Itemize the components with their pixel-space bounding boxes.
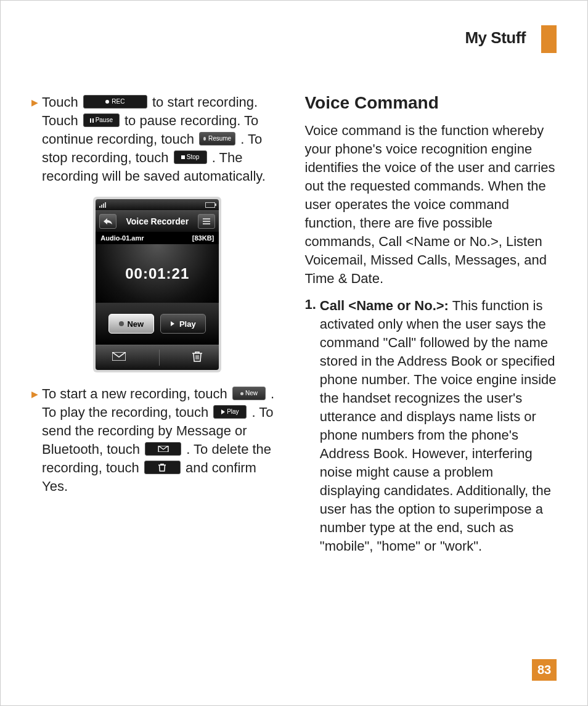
menu-lines-icon	[203, 218, 210, 224]
section-heading-voice-command: Voice Command	[305, 93, 557, 113]
pause-icon	[90, 118, 94, 123]
pause-button-icon: Pause	[83, 113, 120, 127]
text-fragment: To start a new recording, touch	[42, 386, 231, 401]
resume-label: Resume	[208, 133, 231, 145]
phone-fileinfo: Audio-01.amr [83KB]	[96, 232, 219, 244]
divider	[159, 350, 160, 366]
voice-command-item-1: 1. Call <Name or No.>: This function is …	[305, 297, 557, 556]
play-icon	[171, 321, 174, 326]
stop-button-icon: Stop	[174, 150, 207, 164]
stop-label: Stop	[187, 151, 200, 163]
stop-icon	[181, 155, 185, 159]
new-dot-icon	[240, 392, 243, 395]
back-button-icon	[99, 214, 116, 229]
new-dot-icon	[119, 321, 124, 326]
item-body-text: This function is activated only when the…	[320, 298, 557, 554]
menu-button-icon	[198, 214, 215, 229]
resume-button-icon: Resume	[199, 132, 235, 146]
header-accent-stripe	[541, 25, 557, 53]
phone-title-label: Voice Recorder	[126, 216, 189, 226]
instruction-item-recording: ▶ Touch REC to start recording. Touch Pa…	[31, 93, 284, 186]
bullet-arrow-icon: ▶	[31, 94, 38, 110]
filesize-label: [83KB]	[192, 234, 214, 242]
phone-screenshot: Voice Recorder Audio-01.amr [83KB] 00:01…	[93, 197, 221, 372]
phone-play-label: Play	[179, 319, 196, 329]
phone-play-button: Play	[160, 314, 206, 334]
phone-titlebar: Voice Recorder	[96, 210, 219, 232]
phone-statusbar	[96, 199, 219, 210]
signal-icon	[99, 202, 106, 208]
battery-icon	[205, 202, 215, 208]
page-number-badge: 83	[532, 659, 557, 681]
record-dot-icon	[203, 137, 206, 141]
item-title: Call <Name or No.>:	[320, 298, 449, 313]
new-label: New	[245, 387, 258, 400]
list-number: 1.	[305, 297, 316, 556]
voice-command-intro: Voice command is the function whereby yo…	[305, 121, 557, 288]
pause-label: Pause	[96, 114, 113, 126]
instruction-item-playback: ▶ To start a new recording, touch New . …	[31, 385, 284, 496]
phone-bottom-row	[96, 345, 219, 370]
rec-label: REC	[112, 96, 125, 108]
phone-new-button: New	[108, 314, 154, 334]
bullet-arrow-icon: ▶	[31, 386, 38, 402]
delete-button-icon	[144, 461, 181, 474]
list-body: Call <Name or No.>: This function is act…	[320, 297, 557, 556]
new-button-icon: New	[232, 387, 266, 400]
play-icon	[221, 409, 225, 414]
play-label: Play	[227, 406, 239, 418]
text-fragment: Touch	[42, 94, 82, 110]
message-icon	[112, 352, 126, 363]
instruction-text: To start a new recording, touch New . To…	[42, 385, 284, 496]
play-button-icon: Play	[213, 405, 247, 419]
phone-timer: 00:01:21	[96, 244, 219, 303]
instruction-text: Touch REC to start recording. Touch Paus…	[42, 93, 284, 186]
record-dot-icon	[105, 100, 109, 104]
right-column: Voice Command Voice command is the funct…	[305, 93, 557, 556]
phone-button-row: New Play	[96, 303, 219, 345]
phone-new-label: New	[127, 319, 144, 329]
rec-button-icon: REC	[83, 95, 147, 109]
message-button-icon	[145, 442, 181, 456]
filename-label: Audio-01.amr	[100, 234, 144, 242]
left-column: ▶ Touch REC to start recording. Touch Pa…	[31, 93, 284, 556]
page-header-title: My Stuff	[465, 28, 526, 47]
trash-icon	[192, 351, 202, 364]
